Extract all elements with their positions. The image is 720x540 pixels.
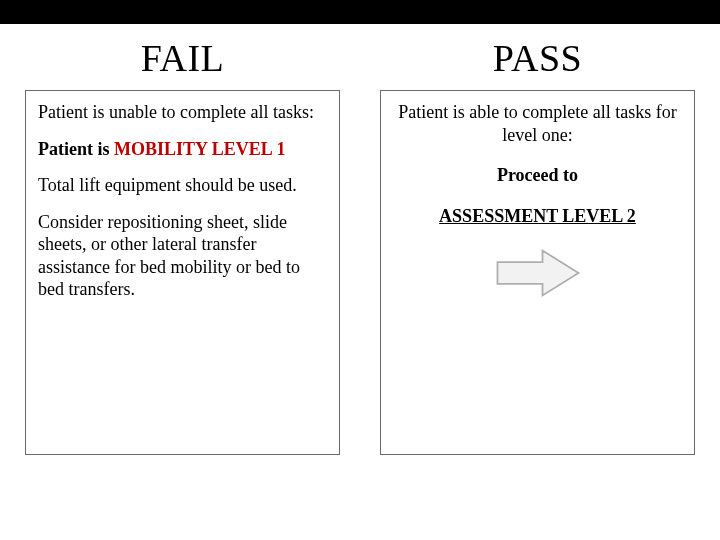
pass-able-text: Patient is able to complete all tasks fo… xyxy=(393,101,682,146)
pass-proceed-text: Proceed to xyxy=(393,164,682,187)
pass-content-box: Patient is able to complete all tasks fo… xyxy=(380,90,695,455)
fail-column: FAIL Patient is unable to complete all t… xyxy=(25,24,340,455)
top-black-bar xyxy=(0,0,720,24)
fail-total-lift-text: Total lift equipment should be used. xyxy=(38,174,327,197)
fail-mobility-level-1: MOBILITY LEVEL 1 xyxy=(114,139,285,159)
fail-mobility-prefix: Patient is xyxy=(38,139,114,159)
fail-unable-text: Patient is unable to complete all tasks: xyxy=(38,101,327,124)
right-arrow-icon xyxy=(493,245,583,301)
fail-content-box: Patient is unable to complete all tasks:… xyxy=(25,90,340,455)
two-column-layout: FAIL Patient is unable to complete all t… xyxy=(0,24,720,455)
fail-heading: FAIL xyxy=(141,36,225,80)
pass-assessment-level-2: ASSESSMENT LEVEL 2 xyxy=(393,205,682,228)
pass-heading: PASS xyxy=(493,36,582,80)
fail-mobility-level-line: Patient is MOBILITY LEVEL 1 xyxy=(38,138,327,161)
pass-column: PASS Patient is able to complete all tas… xyxy=(380,24,695,455)
svg-marker-0 xyxy=(497,251,578,296)
fail-consider-text: Consider repositioning sheet, slide shee… xyxy=(38,211,327,301)
arrow-container xyxy=(393,245,682,301)
